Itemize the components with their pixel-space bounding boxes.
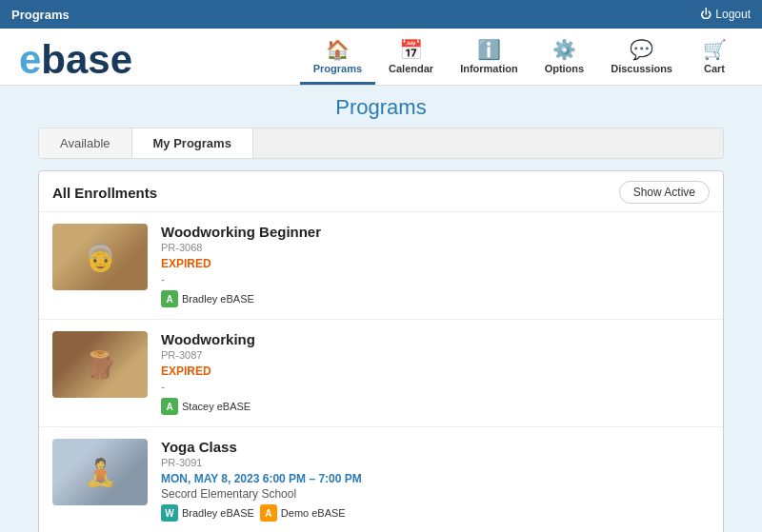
- program-info-yc: Yoga Class PR-3091 MON, MAY 8, 2023 6:00…: [161, 439, 710, 522]
- information-icon: ℹ️: [477, 38, 501, 61]
- enrollments-title: All Enrollments: [52, 185, 157, 201]
- nav-item-discussions[interactable]: 💬 Discussions: [597, 34, 686, 85]
- badge-icon-demo-yc: A: [260, 504, 277, 522]
- thumb-icon-wb: 👵: [84, 242, 117, 273]
- program-schedule-yc: MON, MAY 8, 2023 6:00 PM – 7:00 PM: [161, 472, 710, 485]
- program-dash-wb: -: [161, 273, 710, 286]
- top-bar-title: Programs: [11, 8, 70, 22]
- home-icon: 🏠: [326, 38, 350, 61]
- badge-label-stacey-w: Stacey eBASE: [182, 401, 251, 412]
- program-status-wb: EXPIRED: [161, 257, 710, 270]
- cart-icon: 🛒: [703, 38, 727, 61]
- program-status-w: EXPIRED: [161, 365, 710, 378]
- nav-label-information: Information: [460, 63, 518, 74]
- program-location-yc: Secord Elementary School: [161, 487, 710, 501]
- options-icon: ⚙️: [552, 38, 576, 61]
- badge-icon-bradley-wb: A: [161, 290, 178, 307]
- nav-label-calendar: Calendar: [389, 63, 433, 74]
- program-thumbnail-yc: 🧘: [52, 439, 148, 505]
- program-thumbnail-wb: 👵: [52, 224, 148, 290]
- program-info-wb: Woodworking Beginner PR-3068 EXPIRED - A…: [161, 224, 710, 307]
- badge-label-bradley-wb: Bradley eBASE: [182, 293, 254, 305]
- badge-label-bradley-yc: Bradley eBASE: [182, 507, 254, 519]
- tab-my-programs-label: My Programs: [153, 136, 231, 150]
- badge-bradley-yc: W Bradley eBASE: [161, 504, 254, 522]
- nav-item-cart[interactable]: 🛒 Cart: [686, 34, 743, 85]
- nav-icons: 🏠 Programs 📅 Calendar ℹ️ Information ⚙️ …: [300, 34, 743, 85]
- nav-item-information[interactable]: ℹ️ Information: [447, 34, 531, 85]
- badges-yc: W Bradley eBASE A Demo eBASE: [161, 504, 710, 522]
- nav-bar: ebase 🏠 Programs 📅 Calendar ℹ️ Informati…: [0, 29, 762, 86]
- nav-item-calendar[interactable]: 📅 Calendar: [375, 34, 447, 85]
- list-item: 🪵 Woodworking PR-3087 EXPIRED - A Stacey…: [39, 320, 723, 427]
- list-item: 🧘 Yoga Class PR-3091 MON, MAY 8, 2023 6:…: [39, 427, 723, 532]
- badge-label-demo-yc: Demo eBASE: [281, 507, 346, 519]
- list-item: 👵 Woodworking Beginner PR-3068 EXPIRED -…: [39, 212, 723, 320]
- logo-text: ebase: [19, 40, 132, 80]
- tab-my-programs[interactable]: My Programs: [131, 128, 253, 158]
- nav-label-programs: Programs: [313, 63, 362, 74]
- discussions-icon: 💬: [630, 38, 653, 61]
- program-thumbnail-w: 🪵: [52, 331, 148, 398]
- badges-w: A Stacey eBASE: [161, 398, 710, 415]
- top-bar: Programs ⏻ Logout: [0, 0, 762, 29]
- enrollments-panel: All Enrollments Show Active 👵 Woodworkin…: [38, 170, 724, 532]
- program-info-w: Woodworking PR-3087 EXPIRED - A Stacey e…: [161, 331, 710, 415]
- calendar-icon: 📅: [399, 38, 423, 61]
- badge-icon-bradley-yc: W: [161, 504, 178, 522]
- nav-item-programs[interactable]: 🏠 Programs: [300, 34, 375, 85]
- enrollments-header: All Enrollments Show Active: [39, 171, 723, 212]
- logo: ebase: [19, 40, 210, 80]
- thumb-icon-w: 🪵: [84, 349, 117, 381]
- program-name-w: Woodworking: [161, 331, 710, 347]
- nav-label-discussions: Discussions: [611, 63, 672, 74]
- logout-icon: ⏻: [700, 8, 712, 21]
- tabs-bar: Available My Programs: [38, 128, 724, 159]
- badge-stacey-w: A Stacey eBASE: [161, 398, 251, 415]
- program-code-wb: PR-3068: [161, 242, 710, 253]
- show-active-button[interactable]: Show Active: [619, 181, 710, 204]
- page-title: Programs: [335, 95, 426, 120]
- thumb-icon-yc: 🧘: [84, 457, 117, 488]
- logout-label: Logout: [715, 8, 751, 21]
- nav-label-options: Options: [545, 63, 585, 74]
- logout-button[interactable]: ⏻ Logout: [700, 8, 751, 21]
- badge-bradley-wb: A Bradley eBASE: [161, 290, 254, 307]
- program-name-wb: Woodworking Beginner: [161, 224, 710, 240]
- program-dash-w: -: [161, 381, 710, 394]
- tab-available[interactable]: Available: [39, 128, 131, 158]
- content-area: Programs Available My Programs All Enrol…: [0, 86, 762, 532]
- program-name-yc: Yoga Class: [161, 439, 710, 455]
- program-code-yc: PR-3091: [161, 457, 710, 468]
- tab-available-label: Available: [60, 136, 110, 150]
- badge-icon-stacey-w: A: [161, 398, 178, 415]
- badges-wb: A Bradley eBASE: [161, 290, 710, 307]
- program-code-w: PR-3087: [161, 349, 710, 361]
- nav-item-options[interactable]: ⚙️ Options: [531, 34, 598, 85]
- nav-label-cart: Cart: [704, 63, 725, 74]
- badge-demo-yc: A Demo eBASE: [260, 504, 346, 522]
